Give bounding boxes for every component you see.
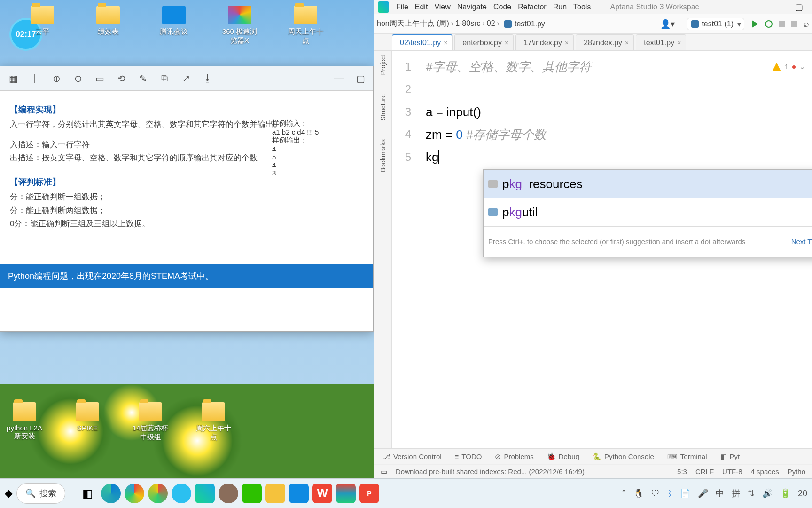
inspection-widget[interactable]: 1 ⌄ [773,56,805,78]
menu-item[interactable]: Run [553,3,567,11]
minimize-icon[interactable]: — [333,72,345,85]
wifi-icon[interactable]: ⇅ [748,488,755,499]
tool-window-todo[interactable]: ≡TODO [455,452,482,460]
app-icon[interactable] [219,484,238,503]
breadcrumb-file[interactable]: test01.py [504,20,545,28]
tool-window-pyt[interactable]: ◧Pyt [720,452,740,461]
edit-icon[interactable]: ✎ [137,72,149,85]
indent-setting[interactable]: 4 spaces [751,468,779,476]
edge-icon[interactable] [101,484,121,503]
copy-icon[interactable]: ⧉ [158,72,171,85]
desktop-icon[interactable]: SPIKE [69,402,106,442]
autocomplete-popup[interactable]: pkg_resourcespkgutil Press Ctrl+. to cho… [483,169,812,257]
qq-browser-icon[interactable] [172,484,191,503]
desktop-icon[interactable]: 云平 [23,6,61,45]
browser-icon[interactable] [125,484,144,503]
pdf-icon[interactable]: P [359,484,379,503]
coverage-icon[interactable] [779,21,785,27]
volume-icon[interactable]: 🔊 [762,488,773,499]
desktop-icon[interactable]: 腾讯会议 [155,6,193,45]
breadcrumb-item[interactable]: hon周天上午十点 (周) [377,19,449,27]
close-tab-icon[interactable]: × [625,39,629,47]
more-icon[interactable]: ⋯ [311,72,323,85]
desktop-icon[interactable]: python L2A 新安装 [6,402,43,442]
search-icon[interactable]: ⌕ [804,18,809,29]
menu-item[interactable]: View [434,3,450,11]
editor-tab[interactable]: 28\index.py× [576,34,634,50]
close-tab-icon[interactable]: × [505,39,508,47]
autocomplete-item[interactable]: pkg_resources [484,170,812,198]
tencent-meeting-icon[interactable] [289,484,309,503]
desktop-icon[interactable]: 周六上午十点 [195,402,232,442]
wechat-icon[interactable] [242,484,262,503]
menu-item[interactable]: Tools [573,3,591,11]
close-tab-icon[interactable]: × [565,39,569,47]
debug-icon[interactable] [765,20,773,28]
security-icon[interactable]: 🛡 [651,489,660,499]
qq-tray-icon[interactable]: 🐧 [633,488,644,499]
fullscreen-icon[interactable]: ⤢ [180,72,192,85]
user-icon[interactable]: 👤▾ [660,19,675,29]
clock-partial[interactable]: 20 [798,489,807,499]
task-view-icon[interactable]: ◧ [78,484,97,503]
editor-tab[interactable]: 02\test01.py× [392,34,453,50]
tool-window-version control[interactable]: ⎇Version Control [383,452,442,461]
autocomplete-item[interactable]: pkgutil [484,198,812,226]
side-tab-bookmarks[interactable]: Bookmarks [379,139,387,172]
desktop-icon[interactable]: 14届蓝桥杯中级组 [132,402,169,442]
next-tip-link[interactable]: Next Tip [791,238,812,246]
bluetooth-icon[interactable]: ᛒ [667,489,672,499]
file-encoding[interactable]: UTF-8 [722,468,742,476]
tool-window-problems[interactable]: ⊘Problems [495,452,533,461]
window-maximize-button[interactable]: ▢ [789,2,808,12]
menu-item[interactable]: File [396,3,408,11]
line-separator[interactable]: CRLF [695,468,714,476]
zoom-out-icon[interactable]: ⊖ [72,72,84,85]
battery-icon[interactable]: 🔋 [780,488,790,499]
desktop-icon[interactable]: 周天上午十点 [287,6,324,45]
rotate-icon[interactable]: ⟲ [115,72,127,85]
mic-icon[interactable]: 🎤 [698,488,708,499]
menu-item[interactable]: Edit [415,3,428,11]
tool-window-debug[interactable]: 🐞Debug [547,452,579,461]
download-icon[interactable]: ⭳ [202,72,214,85]
stop-icon[interactable] [791,21,797,27]
explorer-icon[interactable] [265,484,285,503]
editor-tab[interactable]: text01.py× [636,34,686,50]
menu-item[interactable]: Refactor [518,3,546,11]
side-tab-structure[interactable]: Structure [379,94,387,121]
fit-icon[interactable]: ▭ [94,72,106,85]
run-icon[interactable] [752,20,758,28]
zoom-in-icon[interactable]: ⊕ [50,72,62,85]
desktop-icon[interactable]: 360 极速浏览器X [221,6,258,45]
office-icon[interactable] [336,484,356,503]
tool-window-python console[interactable]: 🐍Python Console [593,452,654,461]
window-minimize-button[interactable]: — [764,2,782,12]
ime-zh-icon[interactable]: 中 [716,488,724,499]
interpreter[interactable]: Pytho [788,468,805,476]
notes-icon[interactable]: 📄 [680,488,690,499]
close-tab-icon[interactable]: × [677,39,681,47]
ime-pinyin-icon[interactable]: 拼 [732,488,740,499]
event-log-icon[interactable]: ▭ [381,468,387,476]
editor-tab[interactable]: enterbox.py× [454,34,514,50]
wps-icon[interactable]: W [312,484,332,503]
run-config-selector[interactable]: test01 (1) [687,18,744,30]
chrome-icon[interactable] [148,484,168,503]
taskbar-search[interactable]: 🔍搜索 [16,483,65,504]
close-tab-icon[interactable]: × [444,39,447,47]
side-tab-project[interactable]: Project [379,55,387,75]
tray-expand-icon[interactable]: ˄ [622,488,626,499]
menu-item[interactable]: Code [493,3,511,11]
breadcrumb-item[interactable]: 02 [487,19,495,27]
editor-tab[interactable]: 17\index.py× [515,34,574,50]
code-editor[interactable]: 1 ⌄ #字母、空格、数字、其他字符 a = input() zm = 0 #存… [417,51,812,448]
desktop-icon[interactable]: 绩效表 [89,6,127,45]
tool-window-terminal[interactable]: ⌨Terminal [667,452,707,461]
breadcrumb-item[interactable]: 1-80src [455,19,480,27]
menu-item[interactable]: Navigate [457,3,487,11]
pycharm-taskbar-icon[interactable] [195,484,215,503]
start-button[interactable]: ◆ [5,487,13,500]
grid-icon[interactable]: ▦ [7,72,19,85]
maximize-icon[interactable]: ▢ [354,72,367,85]
